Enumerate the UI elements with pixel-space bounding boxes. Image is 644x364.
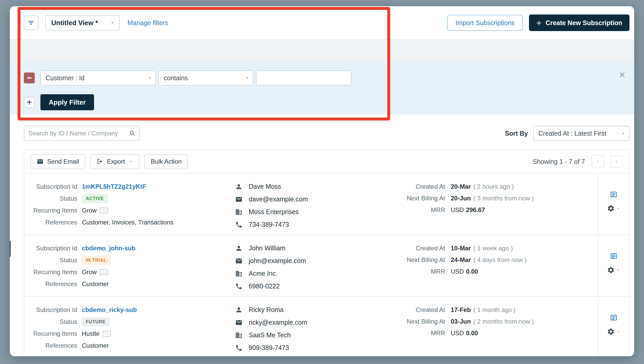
filter-panel: Customer : Id contains Apply Filter × bbox=[10, 62, 634, 114]
export-icon bbox=[97, 158, 103, 165]
billing-info: Created At20-Mar( 2 hours ago ) Next Bil… bbox=[404, 173, 598, 235]
created-at-relative: ( 2 hours ago ) bbox=[473, 183, 514, 190]
view-name: Untitled View * bbox=[51, 19, 98, 27]
view-details-icon[interactable] bbox=[610, 252, 618, 260]
email-icon bbox=[235, 196, 242, 203]
customer-email: dave@example.com bbox=[249, 195, 308, 203]
search-box bbox=[24, 126, 140, 141]
next-billing-value: 24-Mar bbox=[451, 256, 471, 264]
subscription-id-link[interactable]: cbdemo_john-sub bbox=[82, 245, 135, 252]
recurring-items-label: Recurring Items bbox=[31, 207, 77, 214]
more-items-icon[interactable] bbox=[103, 331, 111, 337]
gear-icon[interactable] bbox=[607, 205, 620, 212]
billing-info: Created At10-Mar( 1 week ago ) Next Bill… bbox=[404, 235, 598, 296]
more-items-icon[interactable] bbox=[100, 269, 108, 275]
create-subscription-label: Create New Subscription bbox=[546, 19, 622, 27]
subscription-id-link[interactable]: 1mKPL5hTZ2g21yKtF bbox=[82, 183, 146, 190]
mrr-amount: 296.67 bbox=[466, 206, 485, 214]
send-email-label: Send Email bbox=[47, 158, 79, 165]
customer-phone: 909-389-7473 bbox=[249, 344, 289, 352]
search-row: Sort By Created At : Latest First bbox=[10, 114, 634, 141]
chevron-left-icon bbox=[595, 158, 601, 165]
created-at-value: 17-Feb bbox=[451, 306, 471, 314]
window-edge-handle bbox=[9, 241, 11, 257]
customer-phone: 6980-0222 bbox=[249, 282, 280, 290]
next-billing-label: Next Billing At bbox=[404, 195, 445, 202]
email-icon bbox=[235, 257, 242, 265]
subscription-summary: Subscription Id1mKPL5hTZ2g21yKtF StatusA… bbox=[24, 173, 235, 235]
subscription-row: Subscription Idcbdemo_john-sub StatusIN … bbox=[24, 235, 629, 297]
email-icon bbox=[235, 319, 242, 326]
subscription-id-label: Subscription Id bbox=[31, 306, 77, 314]
status-badge: ACTIVE bbox=[82, 194, 108, 203]
mrr-label: MRR bbox=[404, 268, 445, 275]
remove-condition-button[interactable] bbox=[24, 72, 35, 83]
view-select[interactable]: Untitled View * bbox=[45, 15, 120, 31]
recurring-items-value: Grow bbox=[82, 207, 97, 214]
mrr-amount: 0.00 bbox=[466, 330, 478, 337]
chevron-down-icon bbox=[616, 330, 620, 334]
status-label: Status bbox=[31, 195, 77, 202]
chevron-down-icon bbox=[245, 75, 250, 81]
status-label: Status bbox=[31, 257, 77, 264]
header-strip bbox=[10, 40, 634, 62]
next-billing-relative: ( 4 days from now ) bbox=[473, 256, 526, 264]
next-billing-label: Next Billing At bbox=[404, 256, 445, 264]
references-label: References bbox=[31, 280, 77, 288]
more-items-icon[interactable] bbox=[100, 208, 108, 213]
filter-value-input[interactable] bbox=[256, 70, 351, 85]
customer-email: ricky@example.com bbox=[249, 319, 307, 326]
export-button[interactable]: Export bbox=[90, 154, 139, 169]
next-page-button[interactable] bbox=[610, 155, 623, 168]
phone-icon bbox=[235, 344, 242, 352]
filter-field-value: Customer : Id bbox=[46, 74, 84, 82]
export-label: Export bbox=[107, 158, 125, 165]
subscription-list: Send Email Export Bulk Action Showing 1 … bbox=[24, 150, 629, 356]
apply-filter-button[interactable]: Apply Filter bbox=[40, 94, 94, 110]
filter-lines-icon bbox=[27, 19, 35, 26]
recurring-items-value: Grow bbox=[82, 268, 97, 276]
subscription-id-link[interactable]: cbdemo_ricky-sub bbox=[82, 306, 137, 314]
view-details-icon[interactable] bbox=[610, 191, 618, 198]
create-subscription-button[interactable]: Create New Subscription bbox=[529, 14, 629, 31]
next-billing-value: 03-Jun bbox=[451, 318, 471, 325]
gear-icon[interactable] bbox=[607, 266, 620, 274]
references-value: Customer, Invoices, Transactions bbox=[82, 219, 173, 226]
gear-icon[interactable] bbox=[607, 328, 620, 336]
created-at-value: 20-Mar bbox=[451, 183, 471, 190]
chevron-down-icon bbox=[110, 20, 115, 25]
minus-icon bbox=[27, 77, 32, 78]
send-email-button[interactable]: Send Email bbox=[31, 154, 85, 169]
import-subscriptions-button[interactable]: Import Subscriptions bbox=[447, 15, 523, 31]
bulk-action-button[interactable]: Bulk Action bbox=[145, 154, 188, 169]
company-icon bbox=[235, 332, 242, 339]
recurring-items-value: Hustle bbox=[82, 330, 99, 337]
customer-name: Dave Moss bbox=[249, 183, 281, 190]
subscription-id-label: Subscription Id bbox=[31, 245, 77, 252]
references-label: References bbox=[31, 219, 77, 226]
customer-info: John William john@example.com Acme Inc. … bbox=[235, 235, 404, 296]
person-icon bbox=[235, 306, 242, 314]
person-icon bbox=[235, 183, 242, 190]
manage-filters-link[interactable]: Manage filters bbox=[127, 19, 168, 27]
view-details-icon[interactable] bbox=[610, 314, 618, 322]
filter-toggle-button[interactable] bbox=[24, 16, 38, 30]
add-condition-button[interactable] bbox=[24, 97, 35, 108]
topbar: Untitled View * Manage filters Import Su… bbox=[10, 6, 634, 40]
search-icon[interactable] bbox=[129, 130, 136, 137]
references-value: Customer bbox=[82, 280, 109, 288]
filter-operator-select[interactable]: contains bbox=[159, 70, 253, 85]
envelope-icon bbox=[37, 158, 44, 165]
close-icon[interactable]: × bbox=[619, 69, 625, 80]
bulk-action-label: Bulk Action bbox=[151, 158, 182, 165]
filter-field-select[interactable]: Customer : Id bbox=[40, 70, 156, 85]
app-window: Untitled View * Manage filters Import Su… bbox=[10, 6, 634, 356]
list-toolbar: Send Email Export Bulk Action Showing 1 … bbox=[24, 150, 629, 173]
chevron-down-icon bbox=[128, 159, 133, 164]
sort-select[interactable]: Created At : Latest First bbox=[533, 126, 629, 141]
recurring-items-label: Recurring Items bbox=[31, 330, 77, 337]
customer-info: Ricky Roma ricky@example.com SaaS Me Tec… bbox=[235, 297, 404, 356]
search-input[interactable] bbox=[28, 130, 129, 137]
row-actions bbox=[598, 235, 629, 296]
previous-page-button[interactable] bbox=[592, 155, 604, 168]
